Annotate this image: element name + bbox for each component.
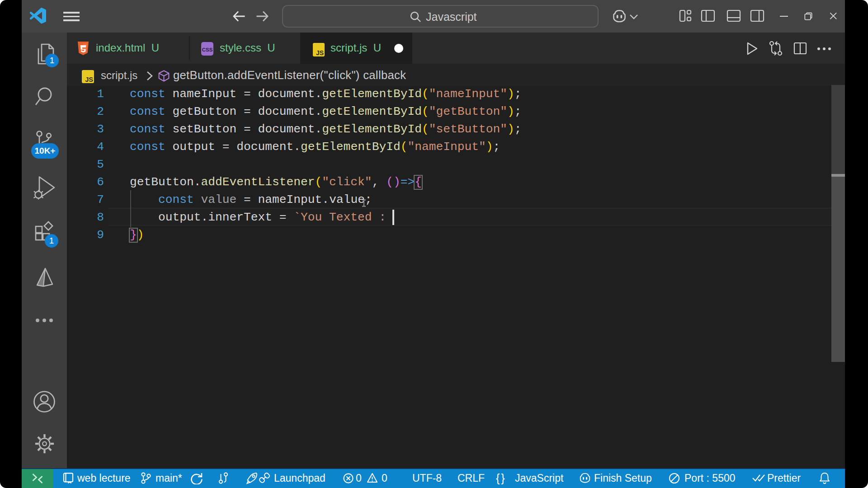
svg-text:JS: JS (316, 49, 324, 56)
svg-text:CSS: CSS (202, 47, 213, 52)
svg-text:JS: JS (85, 76, 93, 83)
